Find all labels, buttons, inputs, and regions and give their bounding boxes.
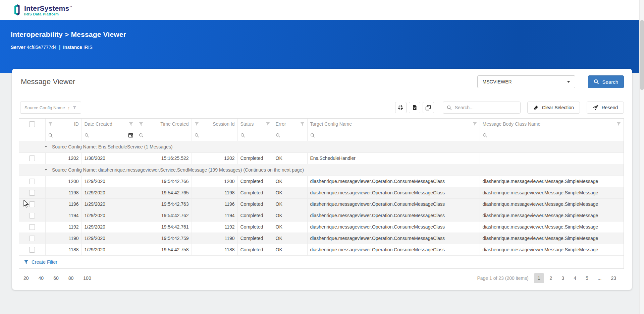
browser-scrollbar[interactable] [639,0,644,314]
header-filter-icon[interactable] [129,122,133,126]
cell-time_created: 15:16:25.522 [136,152,192,164]
row-checkbox[interactable] [29,224,35,230]
cell-date_created: 1/29/2020 [82,210,136,221]
row-checkbox[interactable] [29,179,35,184]
cell-time_created: 19:54:42.765 [136,187,192,198]
filter-cell-target_config_name[interactable] [307,130,480,141]
column-header-error[interactable]: Error [273,119,307,130]
scrollbar-thumb[interactable] [640,20,644,90]
collapse-all-button[interactable] [395,102,407,113]
header-filter-icon[interactable] [616,122,621,126]
server-label: Server [11,45,25,50]
cell-id: 1202 [45,152,82,164]
page-size-option[interactable]: 20 [23,275,29,281]
cell-error: OK [273,244,307,255]
column-header-target_config_name[interactable]: Target Config Name [307,119,480,130]
cell-time_created: 19:54:42.761 [136,221,192,233]
select-all-checkbox[interactable] [29,121,35,127]
pager: 20406080100 Page 1 of 23 (200 items) 123… [19,273,624,283]
column-header-label[interactable]: Time Created [160,121,189,127]
column-header-time_created[interactable]: Time Created [136,119,192,130]
column-header-label[interactable]: ID [74,121,79,127]
header-filter-icon[interactable] [139,122,143,126]
group-expanded-icon[interactable] [45,146,47,147]
column-header-message_body_class_name[interactable]: Message Body Class Name [480,119,624,130]
page-number[interactable]: 2 [546,273,556,283]
cell-error: OK [273,210,307,221]
filter-cell-error[interactable] [273,130,307,141]
row-checkbox[interactable] [29,213,35,218]
row-checkbox[interactable] [29,190,35,196]
header-filter-icon[interactable] [473,122,477,126]
column-header-label[interactable]: Date Created [85,121,112,127]
create-filter-link[interactable]: Create Filter [32,259,57,265]
cell-time_created: 19:54:42.762 [136,210,192,221]
column-header-session_id[interactable]: Session Id [192,119,237,130]
column-header-label[interactable]: Target Config Name [310,121,352,127]
row-checkbox[interactable] [29,236,35,241]
page-ellipsis: ... [594,273,605,283]
export-excel-button[interactable] [409,102,420,113]
column-header-label[interactable]: Status [240,121,254,127]
grid-search-input[interactable] [455,105,517,110]
filter-cell-time_created[interactable] [136,130,192,141]
page-size-option[interactable]: 80 [68,275,74,281]
table-row[interactable]: 11961/29/202019:54:42.7631196CompletedOK… [19,198,624,210]
table-row[interactable]: 11981/29/202019:54:42.7651198CompletedOK… [19,187,624,198]
page-size-option[interactable]: 100 [83,275,91,281]
row-checkbox[interactable] [29,247,35,253]
search-icon [594,79,599,84]
intersystems-logo-icon [13,4,21,16]
row-checkbox[interactable] [29,155,35,161]
column-header-status[interactable]: Status [237,119,273,130]
column-header-date_created[interactable]: Date Created [82,119,136,130]
clear-selection-button[interactable]: Clear Selection [527,102,580,114]
group-by-chip-label: Source Config Name [24,105,65,110]
cell-date_created: 1/29/2020 [82,233,136,244]
table-row[interactable]: 11941/29/202019:54:42.7621194CompletedOK… [19,210,624,221]
filter-cell-message_body_class_name[interactable] [480,130,624,141]
page-number[interactable]: 23 [607,273,620,283]
column-header-label[interactable]: Error [276,121,286,127]
column-header-label[interactable]: Session Id [213,121,234,127]
table-row[interactable]: 11901/29/202019:54:42.7591190CompletedOK… [19,233,624,244]
row-checkbox[interactable] [29,201,35,207]
cell-date_created: 1/29/2020 [82,198,136,210]
header-filter-icon[interactable] [48,122,53,126]
page-size-option[interactable]: 40 [39,275,44,281]
column-header-id[interactable]: ID [45,119,82,130]
column-header-label[interactable]: Message Body Class Name [483,121,541,127]
group-row[interactable]: Source Config Name: Ens.ScheduleService … [19,141,624,152]
header-filter-icon[interactable] [195,122,199,126]
page-number[interactable]: 3 [558,273,568,283]
eraser-icon [533,105,539,110]
cell-checkbox [19,210,45,221]
table-row[interactable]: 12021/30/202015:16:25.5221202CompletedOK… [19,152,624,164]
page-size-option[interactable]: 60 [53,275,59,281]
filter-cell-date_created[interactable] [82,130,136,141]
header-filter-icon[interactable] [266,122,270,126]
table-row[interactable]: 11921/29/202019:54:42.7611192CompletedOK… [19,221,624,233]
cell-message_body_class_name: diashenrique.messageviewer.Message.Simpl… [480,198,624,210]
group-expanded-icon[interactable] [45,169,47,171]
table-row[interactable]: 12001/29/202019:54:42.7661200CompletedOK… [19,176,624,187]
group-by-chip[interactable]: Source Config Name ↑ [20,102,81,114]
cell-session_id: 1192 [192,221,237,233]
filter-cell-status[interactable] [237,130,273,141]
table-row[interactable]: 11881/29/202019:54:42.7581188CompletedOK… [19,244,624,255]
header-filter-icon[interactable] [300,122,305,126]
search-button[interactable]: Search [588,75,624,88]
page-number[interactable]: 5 [582,273,592,283]
page-number[interactable]: 1 [534,273,544,283]
page-title: Message Viewer [21,77,75,86]
page-number[interactable]: 4 [570,273,580,283]
resend-button[interactable]: Resend [587,102,624,114]
calendar-icon[interactable] [128,133,133,138]
filter-cell-id[interactable] [45,130,82,141]
group-row[interactable]: Source Config Name: diashenrique.message… [19,164,624,176]
filter-cell-session_id[interactable] [192,130,237,141]
cell-checkbox [19,233,45,244]
cell-date_created: 1/29/2020 [82,244,136,255]
namespace-select[interactable]: MSGVIEWER [477,75,575,88]
column-chooser-button[interactable] [423,102,434,113]
